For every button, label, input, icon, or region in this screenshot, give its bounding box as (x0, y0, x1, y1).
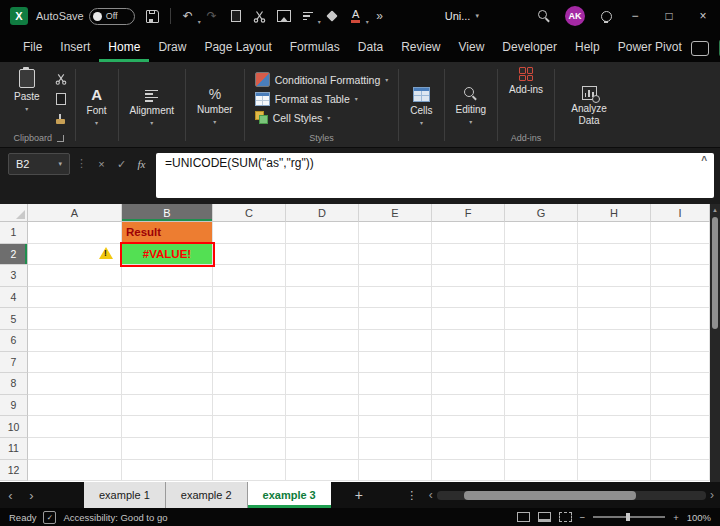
font-color-icon[interactable]: A (345, 5, 367, 27)
row-header-4[interactable]: 4 (0, 287, 28, 309)
column-header-H[interactable]: H (578, 204, 651, 222)
cell-F6[interactable] (432, 330, 505, 352)
addins-button[interactable]: Add-ins (501, 65, 551, 97)
cell-G1[interactable] (505, 222, 578, 244)
cell-I2[interactable] (651, 244, 710, 266)
copy-icon[interactable] (225, 5, 247, 27)
cut-icon[interactable] (249, 5, 271, 27)
row-header-2[interactable]: 2 (0, 244, 28, 266)
cell-C1[interactable] (213, 222, 286, 244)
menu-tab-home[interactable]: Home (99, 33, 149, 62)
cell-C3[interactable] (213, 265, 286, 287)
cell-I3[interactable] (651, 265, 710, 287)
comments-icon[interactable] (691, 41, 709, 56)
cell-G5[interactable] (505, 308, 578, 330)
menu-tab-developer[interactable]: Developer (493, 33, 566, 62)
menu-tab-file[interactable]: File (14, 33, 51, 62)
cell-D2[interactable] (286, 244, 359, 266)
cell-A10[interactable] (28, 416, 122, 438)
vertical-scroll-thumb[interactable] (712, 217, 718, 329)
cell-H10[interactable] (578, 416, 651, 438)
cell-G11[interactable] (505, 438, 578, 460)
excel-logo-icon[interactable]: X (10, 7, 28, 25)
column-header-B[interactable]: B (122, 204, 213, 222)
menu-tab-help[interactable]: Help (566, 33, 609, 62)
error-indicator-icon[interactable] (99, 247, 115, 260)
cell-B11[interactable] (122, 438, 213, 460)
alignment-group-button[interactable]: Alignment ▾ (122, 65, 182, 147)
row-header-9[interactable]: 9 (0, 395, 28, 417)
cancel-formula-button[interactable]: × (93, 153, 110, 175)
fill-color-icon[interactable] (321, 5, 343, 27)
cell-G7[interactable] (505, 352, 578, 374)
cell-D7[interactable] (286, 352, 359, 374)
close-button[interactable]: × (686, 0, 720, 32)
cell-G4[interactable] (505, 287, 578, 309)
cell-H5[interactable] (578, 308, 651, 330)
scroll-right-icon[interactable]: › (710, 488, 714, 502)
cell-F10[interactable] (432, 416, 505, 438)
redo-icon[interactable]: ↷ (201, 5, 223, 27)
cell-C5[interactable] (213, 308, 286, 330)
cell-I11[interactable] (651, 438, 710, 460)
row-header-3[interactable]: 3 (0, 265, 28, 287)
autosave-control[interactable]: AutoSave Off (36, 8, 135, 25)
sheet-nav-next-icon[interactable]: › (21, 482, 42, 508)
cell-A9[interactable] (28, 395, 122, 417)
insert-function-button[interactable]: fx (133, 153, 150, 175)
cell-F4[interactable] (432, 287, 505, 309)
cell-F3[interactable] (432, 265, 505, 287)
cell-A6[interactable] (28, 330, 122, 352)
horizontal-scrollbar[interactable]: ‹ › (425, 482, 720, 508)
select-all-button[interactable] (0, 204, 28, 222)
autosave-toggle[interactable]: Off (89, 8, 135, 25)
cell-I6[interactable] (651, 330, 710, 352)
dialog-launcher-icon[interactable] (57, 135, 64, 142)
cell-D6[interactable] (286, 330, 359, 352)
cell-C2[interactable] (213, 244, 286, 266)
minimize-button[interactable]: − (618, 0, 652, 32)
editing-group-button[interactable]: Editing ▾ (448, 65, 495, 147)
cell-D1[interactable] (286, 222, 359, 244)
formula-bar-collapse-icon[interactable]: ^ (701, 155, 707, 166)
lightbulb-icon[interactable] (595, 5, 617, 27)
cell-A1[interactable] (28, 222, 122, 244)
menu-tab-insert[interactable]: Insert (51, 33, 99, 62)
cell-B1[interactable]: Result (122, 222, 213, 244)
cell-E12[interactable] (359, 460, 432, 482)
maximize-button[interactable]: □ (652, 0, 686, 32)
cell-D12[interactable] (286, 460, 359, 482)
horizontal-scroll-thumb[interactable] (464, 491, 636, 500)
row-header-5[interactable]: 5 (0, 308, 28, 330)
cell-H1[interactable] (578, 222, 651, 244)
sheet-tab-example-3[interactable]: example 3 (248, 482, 331, 508)
column-header-F[interactable]: F (432, 204, 505, 222)
cell-G12[interactable] (505, 460, 578, 482)
cell-H11[interactable] (578, 438, 651, 460)
vertical-scrollbar[interactable]: ▲ (710, 204, 720, 482)
formula-input[interactable]: =UNICODE(SUM("as","rg")) ^ (156, 153, 714, 198)
cell-D11[interactable] (286, 438, 359, 460)
sort-filter-icon[interactable] (297, 5, 319, 27)
cell-G8[interactable] (505, 373, 578, 395)
cell-styles-button[interactable]: Cell Styles ▾ (250, 109, 394, 127)
cell-B3[interactable] (122, 265, 213, 287)
cell-I4[interactable] (651, 287, 710, 309)
cell-D5[interactable] (286, 308, 359, 330)
sheet-tab-example-2[interactable]: example 2 (166, 482, 248, 508)
cell-D8[interactable] (286, 373, 359, 395)
cell-H2[interactable] (578, 244, 651, 266)
enter-formula-button[interactable]: ✓ (113, 153, 130, 175)
format-painter-icon[interactable] (52, 111, 70, 127)
cell-F1[interactable] (432, 222, 505, 244)
cell-E10[interactable] (359, 416, 432, 438)
cell-A7[interactable] (28, 352, 122, 374)
cell-B6[interactable] (122, 330, 213, 352)
menu-tab-formulas[interactable]: Formulas (281, 33, 349, 62)
sheet-nav-prev-icon[interactable]: ‹ (0, 482, 21, 508)
cell-F2[interactable] (432, 244, 505, 266)
cell-D9[interactable] (286, 395, 359, 417)
column-header-D[interactable]: D (286, 204, 359, 222)
cell-F11[interactable] (432, 438, 505, 460)
zoom-slider[interactable] (593, 516, 665, 518)
